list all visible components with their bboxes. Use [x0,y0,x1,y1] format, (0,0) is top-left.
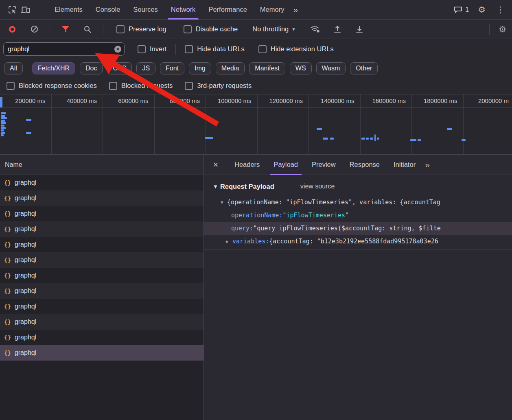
more-detail-tabs-chevron-icon[interactable]: » [425,160,430,170]
request-row[interactable]: {}graphql [0,175,203,190]
network-overview-timeline[interactable]: 200000 ms400000 ms600000 ms800000 ms1000… [0,94,512,155]
type-filter-media[interactable]: Media [216,62,245,74]
devtools-tab-bar: ElementsConsoleSourcesNetworkPerformance… [0,0,512,20]
type-filter-wasm[interactable]: Wasm [316,62,346,74]
request-row[interactable]: {}graphql [0,330,203,345]
hide-extension-urls-checkbox[interactable]: Hide extension URLs [258,45,334,53]
timeline-activity-mark [323,138,328,140]
detail-tab-headers[interactable]: Headers [228,155,267,175]
close-details-icon[interactable]: × [204,160,228,170]
request-row[interactable]: {}graphql [0,314,203,330]
issues-button[interactable]: 1 [454,6,469,13]
payload-row[interactable]: query: "query ipFlowTimeseries($accountT… [204,222,512,235]
checkbox-blocked-requests[interactable]: Blocked requests [109,82,173,90]
preserve-log-checkbox[interactable]: Preserve log [116,25,166,33]
timeline-activity-mark [366,138,369,140]
payload-row[interactable]: ▶variables: {accountTag: "b12e3b2192ee55… [204,235,512,248]
tree-expander-icon[interactable]: ▼ [221,200,227,205]
type-filter-font[interactable]: Font [160,62,184,74]
import-har-button[interactable] [331,23,344,36]
throttling-select[interactable]: No throttling ▾ [252,25,295,33]
tree-expander-icon[interactable]: ▶ [226,239,232,244]
payload-segment: "query ipFlowTimeseries($accountTag: str… [253,225,441,232]
type-filter-all[interactable]: All [4,62,23,74]
checkbox-3rd-party-requests[interactable]: 3rd-party requests [185,82,252,90]
tab-memory[interactable]: Memory [254,0,291,20]
type-filter-doc[interactable]: Doc [80,62,103,74]
name-column-header[interactable]: Name [0,155,203,175]
type-filter-fetch-xhr[interactable]: Fetch/XHR [32,62,75,74]
tab-network[interactable]: Network [164,0,202,20]
detail-tab-response[interactable]: Response [343,155,387,175]
wifi-gear-icon [310,25,320,33]
type-filter-img[interactable]: Img [189,62,211,74]
device-toolbar-icon[interactable] [19,3,32,16]
request-row[interactable]: {}graphql [0,252,203,268]
disable-cache-checkbox[interactable]: Disable cache [184,25,238,33]
upload-icon [333,25,341,33]
view-source-link[interactable]: view source [300,183,335,190]
invert-checkbox[interactable]: Invert [138,45,166,53]
request-name: graphql [15,287,36,295]
payload-segment: {operationName: "ipFlowTimeseries", vari… [227,199,440,206]
network-toolbar: Preserve log Disable cache No throttling… [0,20,512,39]
timeline-activity-mark [1,120,5,122]
tab-console[interactable]: Console [89,0,127,20]
request-row[interactable]: {}graphql [0,237,203,252]
timeline-activity-mark [0,97,2,107]
settings-gear-icon[interactable]: ⚙ [478,5,486,14]
network-split-view: Name {}graphql{}graphql{}graphql{}graphq… [0,155,512,420]
payload-row[interactable]: operationName: "ipFlowTimeseries" [204,209,512,222]
checkbox-box [109,82,117,90]
detail-tab-preview[interactable]: Preview [305,155,343,175]
timeline-activity-mark [1,117,7,119]
request-row[interactable]: {}graphql [0,221,203,237]
tab-elements[interactable]: Elements [48,0,89,20]
section-expander-icon[interactable]: ▼ [213,184,218,190]
request-row[interactable]: {}graphql [0,190,203,206]
tab-performance[interactable]: Performance [202,0,253,20]
request-row[interactable]: {}graphql [0,268,203,283]
export-har-button[interactable] [353,23,366,36]
toolbar-divider [103,24,103,35]
request-row[interactable]: {}graphql [0,206,203,221]
tab-sources[interactable]: Sources [127,0,164,20]
hide-data-urls-checkbox[interactable]: Hide data URLs [185,45,244,53]
request-list: {}graphql{}graphql{}graphql{}graphql{}gr… [0,175,203,420]
timeline-activity-mark [1,122,6,124]
type-filter-other[interactable]: Other [350,62,378,74]
inspect-element-icon[interactable] [6,3,19,16]
json-braces-icon: {} [4,350,11,356]
timeline-activity-mark [1,129,4,131]
json-braces-icon: {} [4,241,11,248]
record-network-log-button[interactable] [6,23,19,36]
more-panels-chevron-icon[interactable]: » [293,5,298,15]
payload-segment: "ipFlowTimeseries" [282,212,349,219]
payload-row[interactable]: ▼{operationName: "ipFlowTimeseries", var… [204,196,512,209]
type-filter-css[interactable]: CSS [107,62,132,74]
search-button[interactable] [81,23,94,36]
funnel-icon [61,26,70,33]
network-settings-gear-icon[interactable]: ⚙ [499,25,506,33]
detail-tab-initiator[interactable]: Initiator [387,155,422,175]
detail-tab-payload[interactable]: Payload [267,155,305,175]
checkbox-box [7,82,15,90]
timeline-activity-mark [205,137,213,139]
type-filter-manifest[interactable]: Manifest [249,62,285,74]
type-filter-ws[interactable]: WS [290,62,312,74]
network-conditions-button[interactable] [309,23,322,36]
request-row[interactable]: {}graphql [0,299,203,314]
filter-toggle-button[interactable] [59,23,72,36]
payload-section-header[interactable]: ▼ Request Payload view source [204,180,512,192]
disable-cache-label: Disable cache [196,25,238,33]
filter-input[interactable] [3,42,125,56]
clear-filter-icon[interactable]: × [114,46,121,52]
request-row[interactable]: {}graphql [0,283,203,299]
type-filter-js[interactable]: JS [136,62,155,74]
request-row[interactable]: {}graphql [0,345,203,361]
clear-network-log-button[interactable] [28,23,41,36]
json-braces-icon: {} [4,195,11,201]
kebab-menu-icon[interactable]: ⋮ [494,5,506,15]
checkbox-blocked-response-cookies[interactable]: Blocked response cookies [7,82,97,90]
checkbox-label: Blocked requests [121,82,173,90]
